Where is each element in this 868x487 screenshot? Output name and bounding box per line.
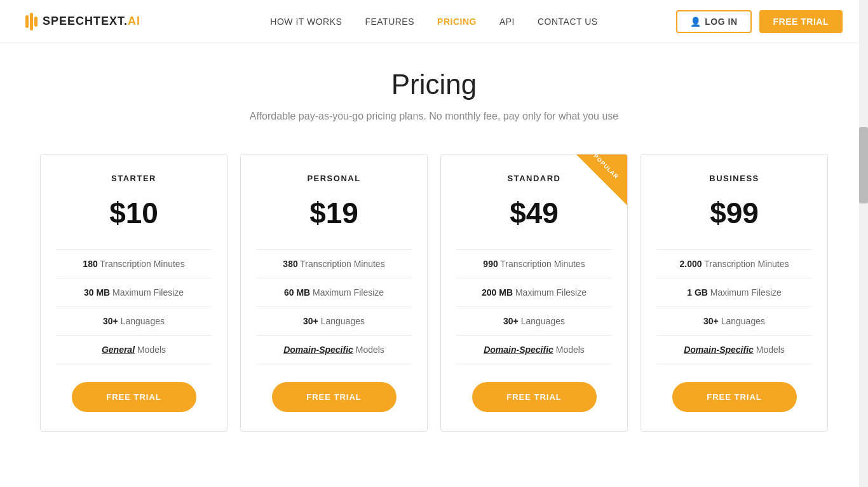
plan-standard: POPULAR STANDARD $49 990 Transcription M… bbox=[440, 154, 628, 432]
personal-languages: 30+ Languages bbox=[256, 307, 412, 336]
standard-languages: 30+ Languages bbox=[456, 307, 612, 336]
personal-features: 380 Transcription Minutes 60 MB Maximum … bbox=[256, 249, 412, 364]
business-minutes: 2.000 Transcription Minutes bbox=[656, 250, 812, 278]
starter-models: General Models bbox=[56, 336, 212, 364]
starter-name: STARTER bbox=[111, 174, 156, 183]
business-features: 2.000 Transcription Minutes 1 GB Maximum… bbox=[656, 249, 812, 364]
brand-icon bbox=[25, 13, 37, 31]
navbar: SPEECHTEXT.AI HOW IT WORKS FEATURES PRIC… bbox=[0, 0, 868, 43]
personal-free-trial-button[interactable]: FREE TRIAL bbox=[272, 382, 397, 412]
scrollbar-track[interactable] bbox=[859, 0, 868, 487]
brand-logo[interactable]: SPEECHTEXT.AI bbox=[25, 13, 140, 31]
plan-starter: STARTER $10 180 Transcription Minutes 30… bbox=[40, 154, 227, 432]
starter-price: $10 bbox=[109, 196, 158, 230]
page-subtitle: Affordable pay-as-you-go pricing plans. … bbox=[38, 111, 830, 122]
personal-minutes: 380 Transcription Minutes bbox=[256, 250, 412, 278]
standard-filesize: 200 MB Maximum Filesize bbox=[456, 278, 612, 307]
user-icon: 👤 bbox=[690, 17, 702, 27]
starter-minutes: 180 Transcription Minutes bbox=[56, 250, 212, 278]
personal-filesize: 60 MB Maximum Filesize bbox=[256, 278, 412, 307]
popular-badge-text: POPULAR bbox=[590, 154, 621, 182]
nav-actions: 👤 LOG IN FREE TRIAL bbox=[676, 10, 843, 33]
nav-how-it-works[interactable]: HOW IT WORKS bbox=[270, 17, 342, 27]
plan-business: BUSINESS $99 2.000 Transcription Minutes… bbox=[641, 154, 828, 432]
standard-name: STANDARD bbox=[508, 174, 561, 183]
standard-minutes: 990 Transcription Minutes bbox=[456, 250, 612, 278]
standard-models: Domain-Specific Models bbox=[456, 336, 612, 364]
plan-personal: PERSONAL $19 380 Transcription Minutes 6… bbox=[240, 154, 428, 432]
business-name: BUSINESS bbox=[709, 174, 759, 183]
starter-languages: 30+ Languages bbox=[56, 307, 212, 336]
brand-name: SPEECHTEXT.AI bbox=[43, 15, 140, 28]
login-button[interactable]: 👤 LOG IN bbox=[676, 10, 752, 33]
scrollbar-thumb[interactable] bbox=[859, 127, 868, 203]
starter-filesize: 30 MB Maximum Filesize bbox=[56, 278, 212, 307]
pricing-grid: STARTER $10 180 Transcription Minutes 30… bbox=[40, 154, 828, 432]
personal-name: PERSONAL bbox=[307, 174, 360, 183]
nav-features[interactable]: FEATURES bbox=[365, 17, 414, 27]
business-languages: 30+ Languages bbox=[656, 307, 812, 336]
nav-api[interactable]: API bbox=[499, 17, 515, 27]
business-filesize: 1 GB Maximum Filesize bbox=[656, 278, 812, 307]
standard-price: $49 bbox=[510, 196, 559, 230]
starter-features: 180 Transcription Minutes 30 MB Maximum … bbox=[56, 249, 212, 364]
personal-models: Domain-Specific Models bbox=[256, 336, 412, 364]
popular-badge: POPULAR bbox=[576, 154, 627, 205]
standard-free-trial-button[interactable]: FREE TRIAL bbox=[472, 382, 597, 412]
page-title: Pricing bbox=[38, 69, 830, 100]
personal-price: $19 bbox=[309, 196, 358, 230]
business-free-trial-button[interactable]: FREE TRIAL bbox=[672, 382, 797, 412]
nav-contact-us[interactable]: CONTACT US bbox=[538, 17, 598, 27]
nav-links: HOW IT WORKS FEATURES PRICING API CONTAC… bbox=[270, 17, 597, 27]
standard-features: 990 Transcription Minutes 200 MB Maximum… bbox=[456, 249, 612, 364]
main-content: Pricing Affordable pay-as-you-go pricing… bbox=[0, 43, 868, 470]
nav-pricing[interactable]: PRICING bbox=[437, 17, 477, 27]
starter-free-trial-button[interactable]: FREE TRIAL bbox=[72, 382, 196, 412]
nav-free-trial-button[interactable]: FREE TRIAL bbox=[759, 10, 843, 33]
business-price: $99 bbox=[710, 196, 759, 230]
business-models: Domain-Specific Models bbox=[656, 336, 812, 364]
login-label: LOG IN bbox=[705, 17, 737, 27]
